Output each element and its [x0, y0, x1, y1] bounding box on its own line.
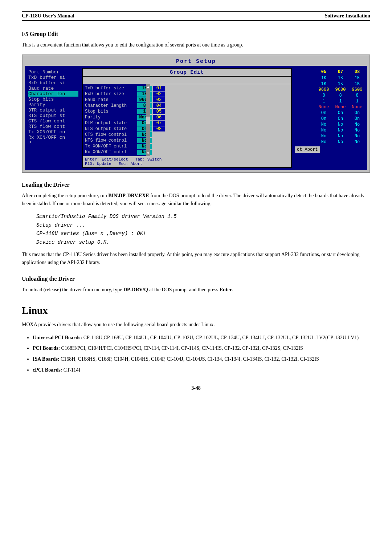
ge-port-profile-label: PORT PROFILE: [86, 78, 117, 83]
ge-row: Stop bits105: [85, 109, 144, 114]
ps-right-val: 1K: [317, 76, 331, 81]
ps-right-row: OnOnOn: [295, 116, 364, 122]
linux-title: Linux: [22, 305, 370, 316]
ge-row-label: Stop bits: [85, 109, 136, 114]
ge-footer-enter: Enter: Edit/select: [85, 157, 128, 162]
linux-section: Linux MOXA provides drivers that allow y…: [22, 305, 370, 374]
ps-right-val: 1K: [350, 81, 364, 86]
ps-right-val: On: [333, 116, 348, 121]
ps-right-val: 9600: [317, 87, 331, 92]
f5-title: F5 Group Edit: [22, 31, 370, 37]
ge-row-label: NTS output state: [85, 126, 136, 131]
list-item-bold: Universal PCI Boards:: [33, 335, 82, 340]
ps-row-stop: Stop bits: [28, 97, 78, 102]
page-container: CP-118U User's Manual Software Installat…: [0, 0, 392, 555]
ps-right-panel: 0507081K1K1K1K1K1K960096009600888111None…: [293, 68, 366, 168]
ps-row-parity: Parity: [28, 102, 78, 108]
ps-right-val: None: [317, 105, 331, 110]
ps-right-val: 8: [350, 93, 364, 98]
loading-driver-para2: This means that the CP-118U Series drive…: [22, 251, 370, 267]
ps-right-val: 9600: [333, 87, 348, 92]
list-item-bold: ISA Boards:: [33, 356, 60, 362]
ge-title: Group Edit: [83, 69, 291, 77]
list-item: ISA Boards: C168H, C168HS, C168P, C104H,…: [33, 355, 370, 364]
f5-section: F5 Group Edit This is a convenient funct…: [22, 31, 370, 173]
ge-footer-tab: Tab: Switch: [135, 157, 162, 162]
ge-row-label: NTS flow control: [85, 138, 136, 143]
ge-row: NTS flow controlNo: [85, 138, 144, 143]
ge-row: RxD buffer size1K02: [85, 91, 144, 97]
ps-right-val: No: [333, 134, 348, 139]
ps-right-row: OnOnOn: [295, 110, 364, 116]
ps-row-cts: CTS flow cont: [28, 118, 78, 124]
ge-row-num: 07: [153, 121, 165, 126]
ps-right-val: 1: [350, 99, 364, 104]
ge-row-label: CTS flow control: [85, 132, 136, 137]
ge-row: NTS output stateOn08: [85, 126, 144, 132]
ps-right-val: No: [350, 128, 364, 133]
ps-right-row: 1K1K1K: [295, 81, 364, 87]
ps-right-col-header: 05: [317, 69, 331, 74]
loading-driver-section: Loading the Driver After completing the …: [22, 182, 370, 267]
ge-row: DTR output stateOn07: [85, 120, 144, 126]
ps-right-row: NoNoNo: [295, 139, 364, 145]
ps-row-port-number: Port Number: [28, 69, 78, 75]
ps-right-row: 888: [295, 93, 364, 98]
ps-right-val: On: [350, 110, 364, 116]
ps-right-val: 1K: [317, 81, 331, 86]
ps-right-val: On: [350, 116, 364, 121]
ge-row: CTS flow controlNo: [85, 132, 144, 138]
ps-row-rts-flow: RTS flow cont: [28, 124, 78, 129]
footer-page: 3-48: [22, 385, 370, 391]
ge-row-label: TxD buffer size: [85, 86, 136, 91]
ge-row-label: DTR output state: [85, 121, 136, 126]
ge-row-num: 04: [153, 103, 165, 108]
header-bar: CP-118U User's Manual Software Installat…: [22, 11, 370, 21]
ps-row-baud: Baud rate: [28, 86, 78, 91]
ps-row-dtr: DTR output st: [28, 108, 78, 113]
ps-row-char-len: Character len: [28, 91, 78, 97]
ge-row: Baud rate960003: [85, 97, 144, 103]
ge-row: Rx XON/OFF cntrlNo: [85, 149, 144, 155]
ps-row-txd: TxD buffer si: [28, 75, 78, 80]
ps-right-val: No: [333, 122, 348, 127]
ps-right-val: 1K: [350, 76, 364, 81]
abort-button[interactable]: ct Abort: [295, 146, 320, 153]
ps-right-val: No: [350, 122, 364, 127]
ps-right-row: NoNoNo: [295, 122, 364, 127]
ge-row: Tx XON/OFF cntrlNo: [85, 143, 144, 149]
linux-bullet-list: Universal PCI Boards: CP-118U,CP-168U, C…: [33, 333, 370, 374]
ge-footer-row2: F10: Update Esc: Abort: [85, 162, 289, 166]
list-item: cPCI Boards: CT-114I: [33, 366, 370, 374]
ge-row-label: Tx XON/OFF cntrl: [85, 144, 136, 149]
ps-right-header: 050708: [295, 69, 364, 75]
ps-right-val: No: [317, 134, 331, 139]
ge-scrollbar[interactable]: ▲ ▼: [146, 84, 150, 156]
ge-row-label: Parity: [85, 115, 136, 120]
ps-right-val: 8: [333, 93, 348, 98]
drv-exe-bold: BIN\DP-DRV.EXE: [108, 193, 149, 198]
ps-right-row: 960096009600: [295, 87, 364, 93]
ge-rows-wrapper: TxD buffer size1K01RxD buffer size1K02Ba…: [83, 84, 291, 156]
ge-row-label: Rx XON/OFF cntrl: [85, 150, 136, 155]
ge-row: TxD buffer size1K01: [85, 85, 144, 91]
ps-right-val: None: [333, 105, 348, 110]
group-edit-dialog: Group Edit PORT PROFILE PORTS TxD buffer…: [82, 68, 292, 168]
ps-left-panel: Port Number TxD buffer si RxD buffer si …: [26, 68, 81, 168]
ps-right-val: No: [333, 139, 348, 145]
ps-right-row: 111: [295, 98, 364, 104]
ps-right-val: 1K: [333, 76, 348, 81]
ps-row-tx-xon: Tx XON/OFF cn: [28, 129, 78, 135]
code-line: Smartio/Industio Family DOS driver Versi…: [36, 212, 370, 221]
list-item-bold: PCI Boards:: [33, 345, 60, 351]
f5-desc: This is a convenient function that allow…: [22, 41, 370, 49]
ge-row: ParityNone06: [85, 114, 144, 120]
linux-intro: MOXA provides drivers that allow you to …: [22, 321, 370, 329]
ps-right-val: 8: [317, 93, 331, 98]
ge-row-num: 03: [153, 97, 165, 102]
ps-row-rx-xon: Rx XON/OFF cn: [28, 135, 78, 140]
ps-row-rts-out: RTS output st: [28, 113, 78, 118]
ps-right-val: No: [350, 139, 364, 145]
loading-driver-para1: After completing the setup procedure, ru…: [22, 192, 370, 208]
ge-footer-esc: Esc: Abort: [119, 162, 143, 166]
